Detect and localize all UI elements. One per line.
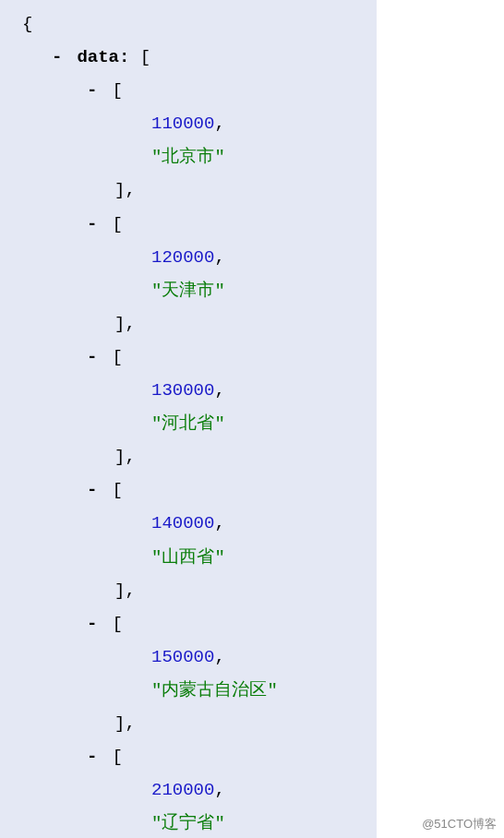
array-item-open[interactable]: - [: [7, 473, 366, 507]
json-number-value: 130000,: [7, 374, 366, 407]
array-item-open[interactable]: - [: [7, 341, 366, 374]
json-string-value: "天津市": [7, 274, 366, 307]
collapse-toggle-icon[interactable]: -: [52, 41, 66, 74]
array-item-close: ],: [7, 574, 366, 607]
json-string-value: "山西省": [7, 541, 366, 574]
json-string-value: "内蒙古自治区": [7, 674, 366, 707]
collapse-toggle-icon[interactable]: -: [87, 74, 102, 107]
json-number-value: 120000,: [7, 241, 366, 274]
watermark: @51CTO博客: [422, 816, 497, 832]
array-item-open[interactable]: - [: [7, 607, 366, 640]
collapse-toggle-icon[interactable]: -: [87, 473, 102, 507]
open-bracket: [: [112, 347, 122, 367]
open-bracket: [: [112, 214, 122, 234]
json-string-value: "辽宁省": [7, 807, 366, 838]
json-number-value: 210000,: [7, 773, 366, 807]
open-bracket: [: [112, 747, 122, 767]
array-item-close: ],: [7, 307, 366, 341]
open-bracket: [: [112, 614, 122, 634]
array-item-open[interactable]: - [: [7, 740, 366, 773]
json-viewer: { - data: [ - [ 110000, "北京市" ], - [ 120…: [0, 0, 377, 838]
array-item-open[interactable]: - [: [7, 208, 366, 241]
collapse-toggle-icon[interactable]: -: [87, 740, 102, 773]
open-brace: {: [7, 7, 366, 41]
collapse-toggle-icon[interactable]: -: [87, 208, 102, 241]
json-number-value: 110000,: [7, 107, 366, 140]
collapse-toggle-icon[interactable]: -: [87, 341, 102, 374]
array-item-close: ],: [7, 440, 366, 473]
collapse-toggle-icon[interactable]: -: [87, 607, 102, 640]
array-item-close: ],: [7, 707, 366, 740]
json-string-value: "北京市": [7, 140, 366, 174]
array-item-open[interactable]: - [: [7, 74, 366, 107]
json-key: data:: [77, 47, 129, 67]
open-bracket: [: [140, 47, 150, 67]
array-item-close: ],: [7, 174, 366, 207]
json-number-value: 150000,: [7, 640, 366, 674]
json-string-value: "河北省": [7, 407, 366, 440]
json-number-value: 140000,: [7, 507, 366, 540]
data-key-line[interactable]: - data: [: [7, 41, 366, 74]
open-bracket: [: [112, 480, 122, 500]
open-bracket: [: [112, 80, 122, 101]
